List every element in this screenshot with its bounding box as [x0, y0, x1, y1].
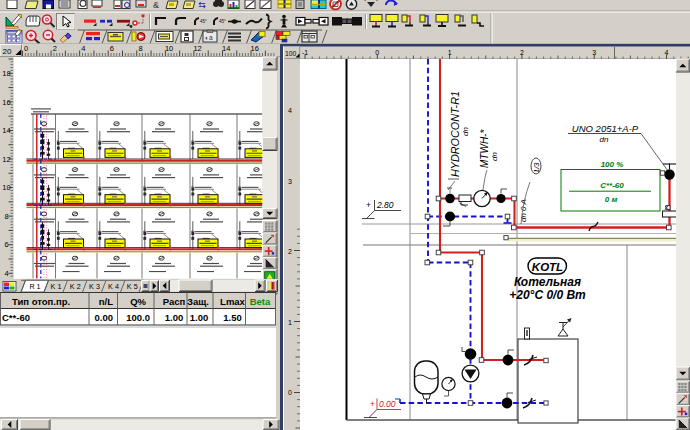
svg-text:4: 4 [81, 44, 85, 53]
svg-text:12: 12 [193, 44, 201, 53]
svg-text:2: 2 [520, 49, 524, 56]
svg-text:45°: 45° [200, 19, 207, 24]
svg-text:10: 10 [165, 44, 173, 53]
svg-text:1.50: 1.50 [223, 312, 242, 323]
svg-text:Защ.: Защ. [187, 296, 209, 307]
svg-text:С**-60: С**-60 [2, 312, 30, 323]
svg-text:dn: dn [490, 152, 499, 161]
svg-text:K 4: K 4 [108, 282, 119, 291]
svg-text:2: 2 [288, 248, 292, 255]
svg-text:6: 6 [110, 44, 114, 53]
svg-text:KOTL: KOTL [532, 261, 563, 273]
svg-text:+20°C 0/0 Вт: +20°C 0/0 Вт [509, 288, 586, 302]
svg-text:С**-60: С**-60 [600, 181, 624, 190]
svg-text:Котельная: Котельная [514, 275, 581, 289]
svg-text:K 2: K 2 [70, 282, 81, 291]
svg-text:4: 4 [665, 49, 669, 56]
svg-text:R 1: R 1 [29, 282, 40, 291]
svg-text:Тип отоп.пр.: Тип отоп.пр. [12, 296, 70, 307]
svg-text:+: + [366, 200, 371, 210]
svg-text:20: 20 [3, 47, 12, 56]
svg-text:dn 0 A: dn 0 A [519, 199, 528, 222]
svg-text:16: 16 [2, 98, 10, 107]
svg-text:K 1: K 1 [51, 282, 62, 291]
svg-text:16: 16 [251, 44, 259, 53]
svg-text:1.00: 1.00 [190, 312, 209, 323]
svg-text:1: 1 [448, 49, 452, 56]
svg-text:3: 3 [592, 49, 596, 56]
svg-text:2.80: 2.80 [376, 200, 394, 210]
svg-text:6: 6 [4, 240, 8, 249]
svg-text:Beta: Beta [250, 296, 271, 307]
svg-text:8: 8 [4, 212, 8, 221]
svg-text:1: 1 [288, 319, 292, 326]
svg-text:14: 14 [2, 126, 10, 135]
svg-text:Lmax: Lmax [220, 296, 246, 307]
svg-text:dn: dn [461, 127, 470, 136]
svg-text:n/L: n/L [99, 296, 113, 307]
svg-text:UNO 2051+A-P: UNO 2051+A-P [572, 123, 639, 134]
svg-text:12: 12 [2, 155, 10, 164]
svg-text:-1: -1 [302, 49, 308, 56]
svg-text:dn: dn [600, 135, 609, 144]
svg-text:HYDROCONT-R1: HYDROCONT-R1 [449, 91, 461, 177]
svg-text:1.00: 1.00 [165, 312, 184, 323]
svg-text:2: 2 [53, 44, 57, 53]
svg-text:100.0: 100.0 [126, 312, 150, 323]
svg-text:⇆: ⇆ [198, 0, 206, 10]
svg-text:4: 4 [288, 107, 292, 114]
svg-text:Q%: Q% [130, 296, 146, 307]
svg-text:0.00: 0.00 [95, 312, 114, 323]
svg-text:3: 3 [288, 178, 292, 185]
svg-text:0.00: 0.00 [379, 399, 396, 409]
svg-text:0 м: 0 м [605, 195, 618, 204]
svg-text:K 3: K 3 [89, 282, 100, 291]
svg-text:0: 0 [24, 44, 28, 53]
svg-text:+: + [370, 399, 375, 409]
svg-text:8: 8 [138, 44, 142, 53]
svg-text:K 5: K 5 [127, 282, 138, 291]
svg-text:100 %: 100 % [601, 160, 624, 169]
svg-text:Расп: Расп [163, 296, 186, 307]
svg-text:4: 4 [4, 269, 8, 278]
svg-text:10: 10 [2, 183, 10, 192]
svg-text:0: 0 [288, 389, 292, 396]
svg-text:0: 0 [375, 49, 379, 56]
svg-text:45°: 45° [219, 19, 226, 24]
svg-text:100: 100 [285, 50, 297, 57]
svg-text:18: 18 [2, 69, 10, 78]
svg-text:◐a: ◐a [205, 34, 213, 41]
svg-text:&: & [153, 0, 159, 10]
svg-text:MTWH-*: MTWH-* [479, 129, 490, 168]
svg-text:14: 14 [222, 44, 230, 53]
